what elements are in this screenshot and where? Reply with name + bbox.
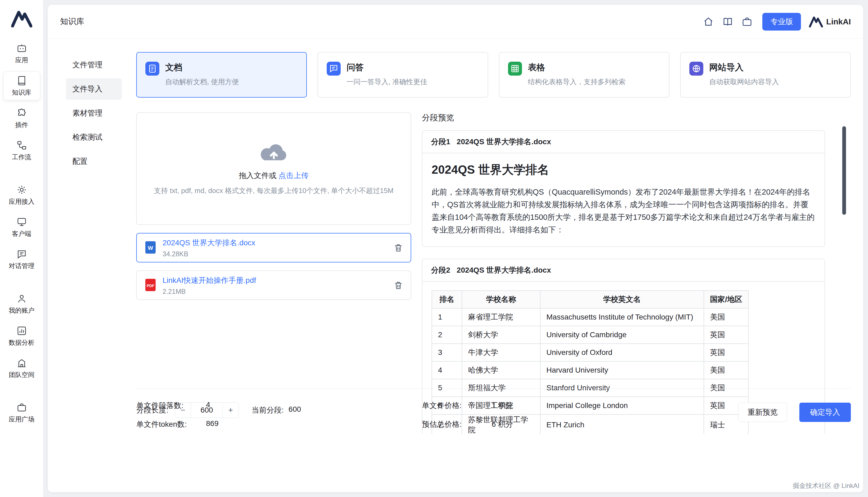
sidebar-item-label: 工作流 (12, 153, 31, 161)
table-cell: Harvard University (540, 361, 704, 379)
svg-text:W: W (148, 245, 153, 251)
file-name: LinkAI快速开始操作手册.pdf (163, 275, 256, 285)
preview-title: 分段预览 (422, 112, 825, 123)
table-cell: 牛津大学 (462, 344, 540, 361)
segment-file: 2024QS 世界大学排名.docx (457, 265, 551, 275)
brand-name: LinkAI (826, 17, 851, 26)
stat-value: 1 积分 (492, 400, 513, 411)
brand[interactable]: LinkAI (809, 16, 851, 27)
table-icon (508, 62, 522, 75)
type-card-title: 文档 (165, 62, 239, 73)
upload-click-link[interactable]: 点击上传 (278, 171, 308, 180)
upload-dropzone[interactable]: 拖入文件或 点击上传 支持 txt, pdf, md, docx 格式文件, 每… (136, 112, 411, 225)
subnav-item-file-manage[interactable]: 文件管理 (66, 54, 122, 75)
sidebar-item-client[interactable]: 客户端 (3, 213, 40, 241)
account-icon (16, 293, 27, 304)
file-row-docx[interactable]: W 2024QS 世界大学排名.docx 34.28KB (136, 233, 411, 262)
preview-scrollbar[interactable] (842, 126, 846, 215)
main-panel: 知识库 专业版 LinkAI 文件管理 文件导入 素材管理 (48, 5, 863, 492)
sidebar-item-plugins[interactable]: 插件 (3, 104, 40, 132)
table-header-cell: 学校英文名 (540, 290, 704, 308)
sidebar-item-team-space[interactable]: 团队空间 (3, 354, 40, 382)
sidebar-item-label: 应用广场 (9, 415, 34, 424)
team-space-icon (16, 358, 27, 368)
stat-value: 869 (206, 419, 219, 429)
integration-icon (16, 184, 27, 195)
import-type-cards: 文档 自动解析文档, 使用方便 问答 一问一答导入, 准确性更佳 (136, 52, 851, 98)
sidebar-item-label: 应用 (15, 56, 28, 64)
table-cell: 英国 (704, 326, 748, 344)
type-card-title: 表格 (528, 62, 626, 73)
sidebar-item-app-plaza[interactable]: 应用广场 (3, 398, 40, 427)
repreview-button[interactable]: 重新预览 (738, 403, 787, 422)
svg-text:PDF: PDF (147, 284, 154, 288)
sidebar-item-label: 我的账户 (9, 306, 34, 315)
table-header-cell: 学校名称 (462, 290, 540, 308)
table-cell: 麻省理工学院 (462, 308, 540, 326)
type-card-title: 网站导入 (709, 62, 779, 73)
sidebar-item-label: 数据分析 (9, 338, 34, 347)
sidebar-item-app-integration[interactable]: 应用接入 (3, 181, 40, 209)
type-card-desc: 自动解析文档, 使用方便 (165, 77, 239, 87)
top-bar: 知识库 专业版 LinkAI (48, 5, 863, 39)
table-cell: Massachusetts Institute of Technology (M… (540, 308, 704, 326)
sidebar-item-apps[interactable]: 应用 (3, 39, 40, 68)
linkai-logo-small (809, 16, 823, 27)
table-header-row: 排名 学校名称 学校英文名 国家/地区 (432, 290, 748, 308)
sidebar-item-analytics[interactable]: 数据分析 (3, 322, 40, 350)
app-icon (16, 43, 27, 54)
stat-value: 6 积分 (492, 419, 513, 429)
confirm-import-button[interactable]: 确定导入 (799, 403, 851, 422)
qa-icon (327, 62, 341, 75)
table-header-cell: 排名 (432, 290, 462, 308)
type-card-qa[interactable]: 问答 一问一答导入, 准确性更佳 (318, 52, 488, 98)
sidebar-item-account[interactable]: 我的账户 (3, 289, 40, 318)
table-cell: University of Cambridge (540, 326, 704, 344)
type-card-desc: 结构化表格导入，支持多列检索 (528, 77, 626, 87)
segment-label: 分段2 (431, 265, 450, 275)
table-cell: 哈佛大学 (462, 361, 540, 379)
briefcase-icon[interactable] (741, 16, 753, 27)
sidebar-item-label: 客户端 (12, 229, 31, 238)
subnav-item-retrieval-test[interactable]: 检索测试 (66, 127, 122, 148)
table-row: 3 牛津大学 University of Oxford 英国 (432, 344, 748, 361)
subnav-item-config[interactable]: 配置 (66, 151, 122, 172)
analytics-icon (16, 325, 27, 336)
stat-label: 预估总价格: (422, 419, 492, 429)
pdf-file-icon: PDF (144, 278, 157, 292)
home-icon[interactable] (703, 16, 714, 27)
sidebar-item-knowledge-base[interactable]: 知识库 (3, 71, 40, 100)
segment-body-text: 此前，全球高等教育研究机构QS（QuacquarelliSymonds）发布了2… (432, 186, 815, 236)
workflow-icon (16, 140, 27, 151)
website-icon (689, 62, 703, 75)
type-card-website[interactable]: 网站导入 自动获取网站内容导入 (680, 52, 851, 98)
knowledge-subnav: 文件管理 文件导入 素材管理 检索测试 配置 (48, 39, 128, 492)
sidebar-item-label: 团队空间 (9, 370, 34, 379)
delete-file-icon[interactable] (393, 280, 403, 290)
upload-hint: 支持 txt, pdf, md, docx 格式文件, 每次最多上传10个文件,… (154, 186, 393, 196)
knowledge-base-icon (16, 75, 27, 86)
sidebar-item-label: 知识库 (12, 88, 31, 97)
type-card-document[interactable]: 文档 自动解析文档, 使用方便 (136, 52, 307, 98)
segment-card-1: 分段1 2024QS 世界大学排名.docx 2024QS 世界大学排名 此前，… (422, 130, 825, 247)
stat-label: 单文件段落数: (136, 400, 206, 411)
table-cell: 3 (432, 344, 462, 361)
type-card-table[interactable]: 表格 结构化表格导入，支持多列检索 (499, 52, 670, 98)
subnav-item-file-import[interactable]: 文件导入 (66, 78, 122, 100)
sidebar-item-chat-manage[interactable]: 对话管理 (3, 245, 40, 273)
table-cell: 美国 (704, 361, 748, 379)
table-cell: 1 (432, 308, 462, 326)
sidebar-item-label: 应用接入 (9, 197, 34, 206)
linkai-logo[interactable] (11, 10, 32, 27)
file-row-pdf[interactable]: PDF LinkAI快速开始操作手册.pdf 2.21MB (136, 270, 411, 300)
segment-heading: 2024QS 世界大学排名 (432, 162, 815, 178)
table-row: 2 剑桥大学 University of Cambridge 英国 (432, 326, 748, 344)
delete-file-icon[interactable] (393, 243, 403, 253)
pro-version-button[interactable]: 专业版 (762, 13, 801, 31)
table-cell: 英国 (704, 344, 748, 361)
sidebar-item-workflow[interactable]: 工作流 (3, 136, 40, 165)
stat-label: 单文件token数: (136, 419, 206, 429)
table-row: 4 哈佛大学 Harvard University 美国 (432, 361, 748, 379)
docs-book-icon[interactable] (722, 16, 733, 27)
subnav-item-material-manage[interactable]: 素材管理 (66, 102, 122, 124)
